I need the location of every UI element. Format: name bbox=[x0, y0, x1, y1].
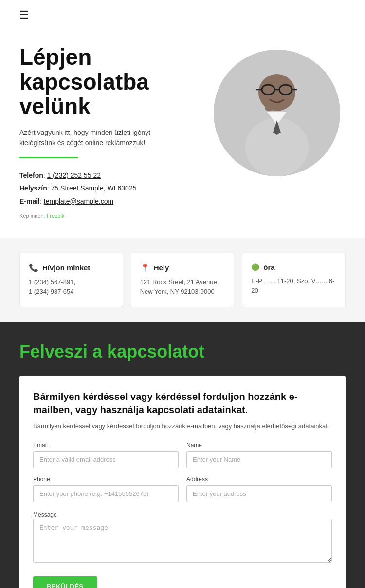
form-row-email-name: Email Name bbox=[33, 442, 332, 468]
email-line: E-mail: template@sample.com bbox=[19, 195, 199, 208]
form-group-email: Email bbox=[33, 442, 179, 468]
message-field-label: Message bbox=[33, 512, 57, 518]
cards-section: 📞 Hívjon minket 1 (234) 567-891,1 (234) … bbox=[0, 238, 365, 322]
submit-button[interactable]: BEKÜLDÉS bbox=[33, 576, 97, 588]
address-input[interactable] bbox=[186, 485, 332, 502]
email-label: E-mail bbox=[19, 197, 40, 205]
hero-section: Lépjen kapcsolatba velünk Azért vagyunk … bbox=[0, 30, 365, 238]
hero-left: Lépjen kapcsolatba velünk Azért vagyunk … bbox=[19, 45, 199, 219]
card-hours: 🟢 óra H-P …... 11-20, Szo, V…... 6-20 bbox=[242, 253, 346, 308]
card-call-title: Hívjon minket bbox=[42, 264, 90, 272]
address-field-label: Address bbox=[186, 476, 332, 483]
form-card: Bármilyen kérdéssel vagy kérdéssel fordu… bbox=[19, 376, 346, 588]
form-group-phone: Phone bbox=[33, 476, 179, 502]
green-divider bbox=[19, 157, 78, 158]
card-hours-text: H-P …... 11-20, Szo, V…... 6-20 bbox=[251, 276, 336, 297]
navbar: ☰ bbox=[0, 0, 365, 30]
email-field-label: Email bbox=[33, 442, 179, 449]
location-label: Helyszín bbox=[19, 184, 47, 192]
location-line: Helyszín: 75 Street Sample, WI 63025 bbox=[19, 182, 199, 195]
form-description: Bármilyen kérdéssel vagy kérdéssel fordu… bbox=[33, 421, 332, 431]
location-value: 75 Street Sample, WI 63025 bbox=[51, 184, 137, 192]
email-link[interactable]: template@sample.com bbox=[44, 197, 113, 205]
form-heading: Bármilyen kérdéssel vagy kérdéssel fordu… bbox=[33, 390, 332, 417]
hero-subtitle: Azért vagyunk itt, hogy minden üzleti ig… bbox=[19, 128, 170, 148]
form-group-message: Message bbox=[33, 510, 332, 565]
phone-link[interactable]: 1 (232) 252 55 22 bbox=[47, 171, 101, 179]
form-section-title: Felveszi a kapcsolatot bbox=[19, 341, 346, 362]
phone-field-label: Phone bbox=[33, 476, 179, 483]
card-location-header: 📍 Hely bbox=[140, 263, 225, 272]
card-location: 📍 Hely 121 Rock Sreet, 21 Avenue, New Yo… bbox=[131, 253, 235, 308]
phone-label: Telefon bbox=[19, 171, 43, 179]
card-call-header: 📞 Hívjon minket bbox=[29, 263, 114, 272]
message-textarea[interactable] bbox=[33, 519, 332, 563]
form-section: Felveszi a kapcsolatot Bármilyen kérdéss… bbox=[0, 322, 365, 588]
card-location-text: 121 Rock Sreet, 21 Avenue, New York, NY … bbox=[140, 277, 225, 298]
phone-card-icon: 📞 bbox=[29, 263, 38, 272]
email-input[interactable] bbox=[33, 451, 179, 468]
phone-input[interactable] bbox=[33, 485, 179, 502]
avatar-image bbox=[214, 50, 340, 176]
photo-credit: Kép innen: Freepik bbox=[19, 213, 199, 219]
form-row-phone-address: Phone Address bbox=[33, 476, 332, 502]
photo-credit-link[interactable]: Freepik bbox=[47, 213, 65, 219]
avatar bbox=[214, 50, 340, 176]
phone-line: Telefon: 1 (232) 252 55 22 bbox=[19, 169, 199, 182]
name-field-label: Name bbox=[186, 442, 332, 449]
hero-title: Lépjen kapcsolatba velünk bbox=[19, 45, 199, 119]
card-hours-title: óra bbox=[263, 263, 274, 271]
location-card-icon: 📍 bbox=[140, 263, 150, 272]
card-location-title: Hely bbox=[154, 264, 169, 272]
card-call: 📞 Hívjon minket 1 (234) 567-891,1 (234) … bbox=[19, 253, 123, 308]
form-group-address: Address bbox=[186, 476, 332, 502]
hamburger-icon[interactable]: ☰ bbox=[19, 9, 29, 21]
card-call-text: 1 (234) 567-891,1 (234) 987-654 bbox=[29, 277, 114, 298]
card-hours-header: 🟢 óra bbox=[251, 263, 336, 271]
name-input[interactable] bbox=[186, 451, 332, 468]
contact-info: Telefon: 1 (232) 252 55 22 Helyszín: 75 … bbox=[19, 169, 199, 208]
hero-right bbox=[209, 45, 346, 176]
hours-card-icon: 🟢 bbox=[251, 263, 259, 271]
form-group-name: Name bbox=[186, 442, 332, 468]
